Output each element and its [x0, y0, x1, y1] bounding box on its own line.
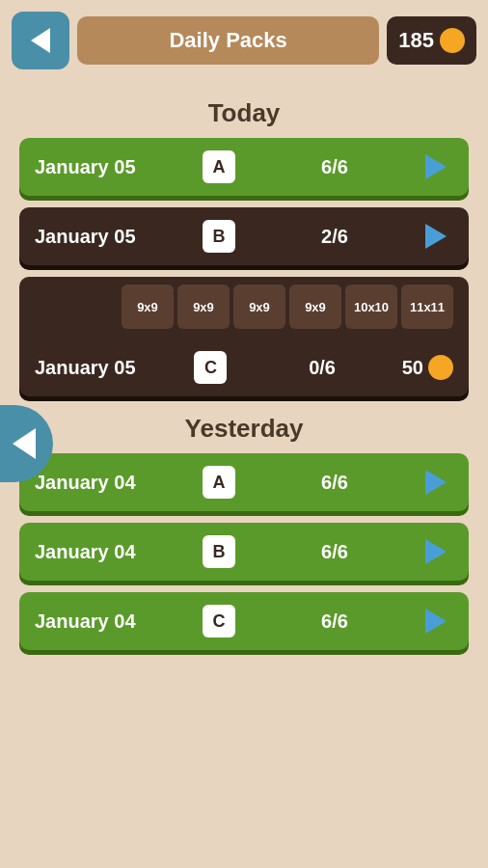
play-arrow-icon-ya	[425, 470, 447, 495]
pack-today-c[interactable]: 9x9 9x9 9x9 9x9 10x10 11x11	[19, 277, 469, 396]
back-arrow-icon	[31, 28, 50, 53]
pack-row-today-a[interactable]: January 05 A 6/6	[19, 138, 469, 196]
pack-date-today-b: January 05	[35, 226, 203, 248]
coins-count: 185	[398, 28, 434, 53]
pack-row-today-c[interactable]: 9x9 9x9 9x9 9x9 10x10 11x11	[19, 277, 469, 396]
puzzle-tile-4[interactable]: 9x9	[289, 285, 341, 329]
pack-date-yesterday-a: January 04	[35, 472, 203, 494]
play-arrow-icon-yc	[425, 609, 447, 634]
pack-row-today-b[interactable]: January 05 B 2/6	[19, 207, 469, 265]
play-button-today-b[interactable]	[419, 219, 453, 254]
coins-badge: 185	[387, 16, 476, 65]
play-arrow-icon-b	[425, 224, 447, 249]
pack-letter-yesterday-c: C	[203, 605, 235, 637]
pack-yesterday-b[interactable]: January 04 B 6/6	[19, 523, 469, 581]
puzzle-tile-6[interactable]: 11x11	[401, 285, 453, 329]
pack-yesterday-c[interactable]: January 04 C 6/6	[19, 592, 469, 650]
pack-progress-yesterday-a: 6/6	[251, 472, 419, 494]
pack-coins-today-c: 50	[402, 355, 453, 380]
puzzle-tile-2[interactable]: 9x9	[177, 285, 230, 329]
puzzle-tile-5[interactable]: 10x10	[345, 285, 397, 329]
pack-yesterday-a[interactable]: January 04 A 6/6	[19, 453, 469, 511]
pack-letter-today-c: C	[194, 351, 227, 384]
pack-progress-yesterday-b: 6/6	[251, 541, 419, 563]
play-arrow-icon	[425, 154, 447, 179]
pack-progress-today-a: 6/6	[251, 156, 419, 178]
pack-letter-yesterday-a: A	[203, 466, 235, 499]
pack-row-yesterday-a[interactable]: January 04 A 6/6	[19, 453, 469, 511]
pack-progress-today-b: 2/6	[251, 226, 419, 248]
title-bar: Daily Packs	[77, 16, 379, 65]
play-button-today-a[interactable]	[419, 149, 453, 184]
play-button-yesterday-b[interactable]	[419, 534, 453, 569]
puzzle-grid-today-c: 9x9 9x9 9x9 9x9 10x10 11x11	[19, 277, 469, 339]
section-yesterday: Yesterday	[0, 414, 488, 444]
pack-row-c-header: January 05 C 0/6 50	[19, 339, 469, 396]
play-arrow-icon-yb	[425, 539, 447, 564]
header: Daily Packs 185	[0, 0, 488, 81]
play-button-yesterday-a[interactable]	[419, 465, 453, 500]
coin-icon-c	[428, 355, 453, 380]
pack-letter-yesterday-b: B	[203, 535, 235, 568]
pack-today-b[interactable]: January 05 B 2/6	[19, 207, 469, 265]
play-button-yesterday-c[interactable]	[419, 604, 453, 638]
pack-today-a[interactable]: January 05 A 6/6	[19, 138, 469, 196]
pack-row-yesterday-b[interactable]: January 04 B 6/6	[19, 523, 469, 581]
pack-letter-today-a: A	[203, 150, 235, 183]
pack-letter-today-b: B	[203, 220, 235, 253]
pack-date-today-a: January 05	[35, 156, 203, 178]
back-button[interactable]	[12, 12, 69, 69]
coin-icon	[440, 28, 465, 53]
puzzle-tile-3[interactable]: 9x9	[233, 285, 285, 329]
pack-progress-yesterday-c: 6/6	[251, 610, 419, 633]
main-content: Today January 05 A 6/6 January 05 B 2/6	[0, 98, 488, 681]
pack-date-yesterday-c: January 04	[35, 610, 203, 633]
puzzle-tile-1[interactable]: 9x9	[122, 285, 174, 329]
pack-progress-today-c: 0/6	[242, 357, 401, 379]
pack-date-today-c: January 05	[35, 357, 194, 379]
pack-date-yesterday-b: January 04	[35, 541, 203, 563]
page-title: Daily Packs	[169, 28, 286, 53]
left-nav-arrow-icon	[13, 428, 36, 459]
pack-row-yesterday-c[interactable]: January 04 C 6/6	[19, 592, 469, 650]
section-today: Today	[0, 98, 488, 128]
